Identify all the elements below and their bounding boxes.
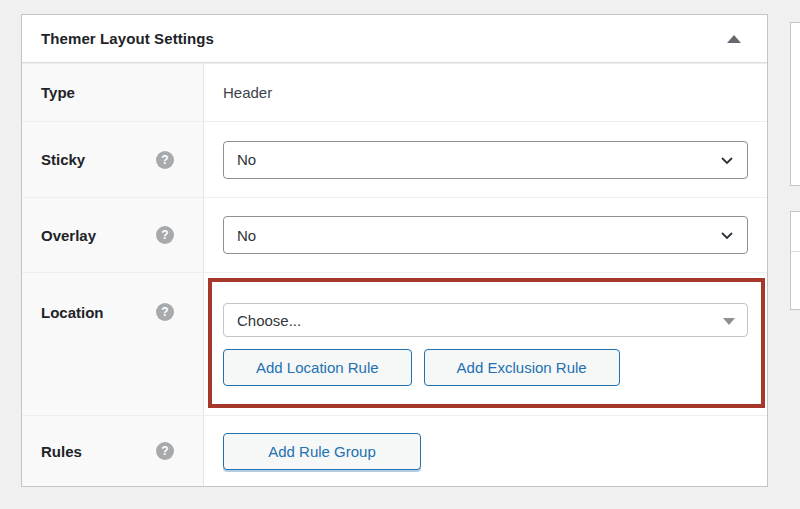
add-exclusion-rule-button[interactable]: Add Exclusion Rule xyxy=(424,349,620,386)
overlay-label: Overlay xyxy=(41,227,96,244)
rules-help-icon[interactable]: ? xyxy=(156,442,174,460)
caret-down-icon xyxy=(723,318,735,325)
row-type: Type Header xyxy=(22,63,767,121)
type-value: Header xyxy=(223,84,272,101)
overlay-label-cell: Overlay ? xyxy=(22,198,204,272)
panel-title: Themer Layout Settings xyxy=(41,30,214,47)
annotation-highlight-box: Choose... Add Location Rule Add Exclusio… xyxy=(208,278,765,408)
sticky-select-value: No xyxy=(237,151,256,168)
panel-collapse-button[interactable] xyxy=(719,24,749,54)
row-overlay: Overlay ? No xyxy=(22,197,767,272)
add-location-rule-button[interactable]: Add Location Rule xyxy=(223,349,412,386)
sticky-select[interactable]: No xyxy=(223,141,748,179)
rules-label-cell: Rules ? xyxy=(22,416,204,486)
adjacent-panel-divider xyxy=(791,251,800,252)
sticky-content-cell: No xyxy=(204,122,767,197)
chevron-down-icon xyxy=(717,150,737,170)
row-location: Location ? Choose... Add Location Rule A… xyxy=(22,272,767,415)
sticky-label: Sticky xyxy=(41,151,85,168)
location-label: Location xyxy=(41,304,104,321)
location-rule-buttons: Add Location Rule Add Exclusion Rule xyxy=(223,349,749,386)
location-help-icon[interactable]: ? xyxy=(156,303,174,321)
overlay-help-icon[interactable]: ? xyxy=(156,226,174,244)
add-rule-group-button[interactable]: Add Rule Group xyxy=(223,433,421,470)
type-label-cell: Type xyxy=(22,64,204,121)
chevron-down-icon xyxy=(717,225,737,245)
themer-layout-settings-panel: Themer Layout Settings Type Header Stick… xyxy=(21,14,768,487)
row-rules: Rules ? Add Rule Group xyxy=(22,415,767,486)
sticky-label-cell: Sticky ? xyxy=(22,122,204,197)
overlay-select-value: No xyxy=(237,227,256,244)
type-value-cell: Header xyxy=(204,64,767,121)
collapse-arrow-icon xyxy=(727,35,741,43)
adjacent-panel-edge xyxy=(790,211,800,310)
overlay-content-cell: No xyxy=(204,198,767,272)
location-choose-select[interactable]: Choose... xyxy=(223,303,748,337)
rules-label: Rules xyxy=(41,443,82,460)
overlay-select[interactable]: No xyxy=(223,216,748,254)
adjacent-panel-edge xyxy=(790,22,800,186)
panel-header: Themer Layout Settings xyxy=(22,15,767,63)
rules-content-cell: Add Rule Group xyxy=(204,416,767,486)
location-content-cell: Choose... Add Location Rule Add Exclusio… xyxy=(204,273,767,415)
sticky-help-icon[interactable]: ? xyxy=(156,151,174,169)
row-sticky: Sticky ? No xyxy=(22,121,767,197)
type-label: Type xyxy=(41,84,75,101)
location-select-value: Choose... xyxy=(237,312,301,329)
location-label-cell: Location ? xyxy=(22,273,204,415)
